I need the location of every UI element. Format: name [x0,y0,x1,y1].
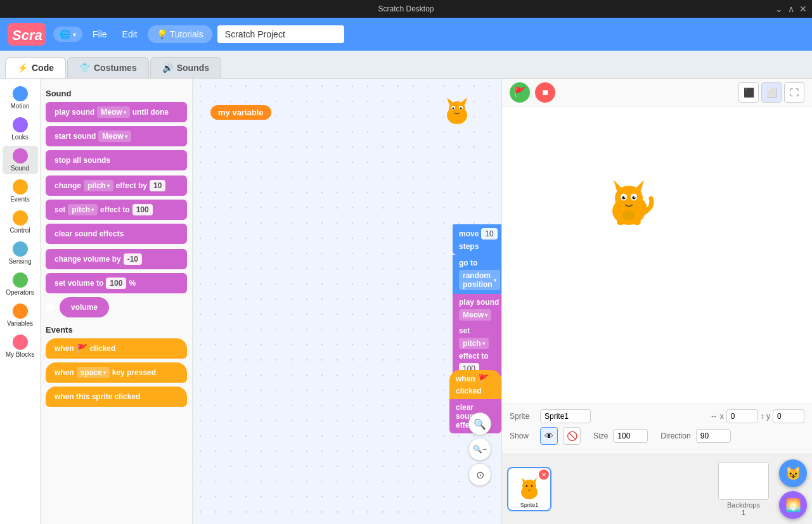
green-flag-button[interactable]: 🚩 [510,82,530,103]
sprite-label: Sprite [510,412,535,421]
project-title-input[interactable] [217,25,344,43]
sidebar-item-sound[interactable]: Sound [3,146,38,174]
block-change-volume[interactable]: change volume by -10 [46,249,187,269]
block-set-volume[interactable]: set volume to 100 % [46,273,187,293]
small-stage-icon: ⬛ [744,87,754,98]
sidebar-item-events[interactable]: Events [3,177,38,205]
stage-canvas[interactable] [502,106,812,404]
close-icon[interactable]: ✕ [799,4,807,14]
sidebar-item-variables[interactable]: Variables [3,301,38,329]
block-volume-reporter[interactable]: volume [60,297,109,317]
block-set-pitch-effect[interactable]: set pitch ▾ effect to 100 [46,200,187,220]
variable-badge[interactable]: my variable [210,105,271,120]
set-pitch-value[interactable]: 100 [132,204,153,215]
script-block-move[interactable]: move 10 steps [453,224,501,255]
add-sprite-fab[interactable]: 😺 [779,459,807,487]
sprite-thumb-name: Sprite1 [508,501,550,509]
script-block-goto[interactable]: go to random position ▾ [453,255,501,294]
show-hidden-button[interactable]: 🚫 [563,427,581,445]
zoom-in-button[interactable]: 🔍 [468,412,491,435]
pitch-effect-dropdown[interactable]: pitch ▾ [84,180,113,191]
sound-section-title: Sound [46,89,187,98]
add-sprite-icon: 😺 [785,466,801,481]
looks-dot [13,117,28,132]
sidebar-item-operators[interactable]: Operators [3,270,38,298]
tab-sounds[interactable]: 🔊 Sounds [150,57,221,78]
normal-stage-button[interactable]: ⬜ [761,82,782,103]
play-sound-dropdown[interactable]: Meow ▾ [459,309,491,321]
key-dropdown[interactable]: space ▾ [77,367,110,378]
motion-dot [13,86,28,101]
move-steps-input[interactable]: 10 [481,228,497,240]
small-stage-button[interactable]: ⬛ [738,82,759,103]
volume-checkbox[interactable] [46,304,53,311]
zoom-out-icon: 🔍− [473,445,487,454]
svg-point-7 [453,108,454,110]
block-stop-all-sounds[interactable]: stop all sounds [46,150,187,170]
sound-start-dropdown[interactable]: Meow ▾ [98,131,131,142]
y-input[interactable] [773,409,804,423]
maximize-icon[interactable]: ∧ [788,4,794,14]
bottom-panels: ✕ Sprite1 Backdrops 1 😺 🌅 [502,454,812,524]
block-change-pitch-effect[interactable]: change pitch ▾ effect by 10 [46,176,187,196]
tabbar: ⚡ Code 👕 Costumes 🔊 Sounds [0,51,812,79]
minimize-icon[interactable]: ⌄ [775,4,783,14]
flag-icon-block: 🚩 [77,343,87,354]
block-play-sound-until-done[interactable]: play sound Meow ▾ until done [46,102,187,122]
sound-dot [13,148,28,163]
sidebar-item-sensing[interactable]: Sensing [3,239,38,267]
tab-code[interactable]: ⚡ Code [5,57,66,78]
sidebar-item-looks[interactable]: Looks [3,115,38,143]
zoom-out-button[interactable]: 🔍− [468,438,491,461]
zoom-controls: 🔍 🔍− ⊙ [468,412,491,486]
file-menu-button[interactable]: File [87,27,112,42]
sidebar-item-control[interactable]: Control [3,208,38,236]
block-when-sprite-clicked[interactable]: when this sprite clicked [46,387,187,407]
direction-label: Direction [661,431,690,440]
tutorials-button[interactable]: 💡 Tutorials [148,25,212,43]
goto-dropdown[interactable]: random position ▾ [459,270,500,290]
script-block-when-flag[interactable]: when 🚩 clicked [449,370,501,399]
titlebar-controls[interactable]: ⌄ ∧ ✕ [775,4,807,14]
add-stage-fab[interactable]: 🌅 [779,491,807,519]
sidebar-item-motion[interactable]: Motion [3,84,38,112]
code-icon: ⚡ [17,63,28,73]
pitch-effect-value[interactable]: 10 [150,180,165,191]
svg-point-15 [622,196,626,200]
volume-reporter-row: volume [46,297,187,317]
direction-input[interactable] [696,429,731,443]
volume-change-value[interactable]: -10 [124,253,142,265]
backdrops-label: Backdrops [727,501,760,509]
sprite-props-row1: Sprite ↔ x ↕ y [510,409,804,423]
x-input[interactable] [726,409,758,423]
fullscreen-button[interactable]: ⛶ [784,82,804,103]
size-input[interactable] [613,429,648,443]
add-stage-icon: 🌅 [785,497,801,513]
show-visible-button[interactable]: 👁 [540,427,558,445]
block-start-sound[interactable]: start sound Meow ▾ [46,126,187,146]
edit-menu-button[interactable]: Edit [117,27,143,42]
set-pitch-dropdown[interactable]: pitch ▾ [68,204,98,215]
globe-icon: 🌐 [60,29,70,39]
scratch-logo: Scratch [8,23,46,46]
sprite-thumb-sprite1[interactable]: ✕ Sprite1 [507,467,551,511]
tab-costumes[interactable]: 👕 Costumes [67,57,149,78]
stage-mini-thumbnail[interactable] [718,462,769,500]
menubar: Scratch 🌐 ▾ File Edit 💡 Tutorials [0,18,812,51]
set-pitch-script-dropdown[interactable]: pitch ▾ [459,338,489,349]
script-area[interactable]: my variable move 10 steps [193,79,501,524]
stage-view-buttons: ⬛ ⬜ ⛶ [738,82,804,103]
stop-button[interactable]: ■ [535,82,555,103]
svg-point-19 [622,210,635,220]
svg-point-30 [531,485,532,487]
sprite-name-input[interactable] [540,409,591,423]
volume-set-value[interactable]: 100 [106,278,126,289]
zoom-reset-button[interactable]: ⊙ [468,463,491,486]
sidebar-item-myblocks[interactable]: My Blocks [3,332,38,361]
language-button[interactable]: 🌐 ▾ [53,27,82,42]
sprite-delete-button[interactable]: ✕ [539,470,549,480]
sound-dropdown[interactable]: Meow ▾ [97,106,129,118]
block-when-key-pressed[interactable]: when space ▾ key pressed [46,362,187,383]
block-clear-sound-effects[interactable]: clear sound effects [46,224,187,244]
block-when-flag-clicked[interactable]: when 🚩 clicked [46,338,187,359]
